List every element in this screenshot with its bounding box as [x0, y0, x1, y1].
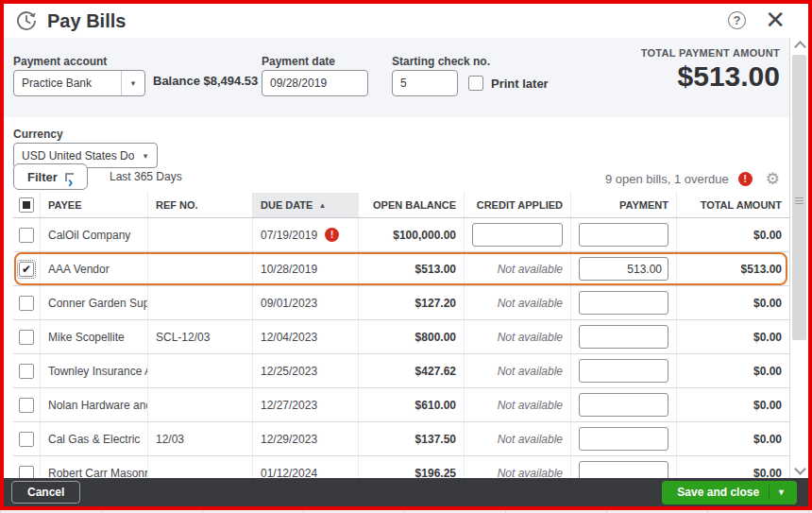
recent-transactions-icon[interactable] [15, 9, 38, 32]
credit-applied-cell [464, 218, 570, 251]
row-checkbox[interactable]: ✔ [19, 432, 34, 447]
row-checkbox-cell[interactable]: ✔ [13, 388, 40, 421]
payee-cell: Mike Scopellite [40, 320, 147, 353]
select-all-checkbox-cell[interactable] [13, 193, 40, 217]
payment-date-input[interactable] [262, 70, 368, 96]
payment-input[interactable] [579, 223, 668, 247]
column-header-open-balance[interactable]: OPEN BALANCE [358, 193, 464, 217]
due-date-header-label: DUE DATE [261, 199, 313, 211]
row-checkbox-cell[interactable]: ✔ [13, 286, 40, 319]
column-header-payment[interactable]: PAYMENT [570, 193, 676, 217]
open-balance-cell: $196.25 [358, 456, 464, 478]
column-header-credit-applied[interactable]: CREDIT APPLIED [464, 193, 570, 217]
credit-applied-cell: Not available [464, 286, 570, 319]
scrollbar-thumb[interactable] [792, 55, 806, 340]
total-payment-label: TOTAL PAYMENT AMOUNT [641, 47, 780, 59]
starting-check-label: Starting check no. [392, 55, 490, 68]
open-balance-cell: $127.20 [358, 286, 464, 319]
column-header-payee[interactable]: PAYEE [40, 193, 147, 217]
due-date-cell: 10/28/2019 [252, 252, 358, 285]
payee-cell: Conner Garden Supp... [40, 286, 147, 319]
payee-cell: Robert Carr Masonry [40, 456, 147, 478]
due-date-cell: 07/19/2019! [252, 218, 358, 251]
table-row: ✔Townley Insurance Ag...12/25/2023$427.6… [13, 354, 789, 388]
payment-input[interactable] [579, 461, 668, 478]
payment-input[interactable] [579, 325, 668, 349]
column-header-total-amount[interactable]: TOTAL AMOUNT [676, 193, 789, 217]
payment-input[interactable] [579, 291, 668, 315]
ref-no-cell: 12/03 [147, 422, 252, 455]
chevron-down-icon: ▾ [121, 71, 144, 95]
cancel-button[interactable]: Cancel [11, 481, 80, 504]
vertical-scrollbar[interactable] [789, 38, 808, 478]
table-header: PAYEE REF NO. DUE DATE ▲ OPEN BALANCE CR… [13, 193, 789, 218]
payment-input[interactable] [579, 359, 668, 383]
payment-cell [570, 354, 676, 387]
scrollbar-grip [795, 197, 804, 204]
currency-label: Currency [13, 128, 63, 141]
save-options-caret-icon[interactable]: ▼ [769, 485, 793, 500]
save-and-close-button[interactable]: Save and close ▼ [662, 481, 797, 504]
total-amount-cell: $0.00 [676, 286, 789, 319]
due-date-value: 09/01/2023 [261, 297, 317, 310]
credit-applied-cell: Not available [464, 456, 570, 478]
total-amount-cell: $0.00 [676, 354, 789, 387]
row-checkbox-cell[interactable]: ✔ [13, 252, 40, 285]
save-and-close-label: Save and close [677, 486, 759, 499]
help-icon[interactable]: ? [728, 11, 746, 29]
row-checkbox-cell[interactable]: ✔ [13, 218, 40, 251]
due-date-value: 10/28/2019 [261, 263, 317, 276]
row-checkbox[interactable]: ✔ [19, 466, 34, 479]
gear-icon[interactable]: ⚙ [766, 169, 780, 189]
payment-account-select[interactable]: Practice Bank ▾ [13, 70, 145, 96]
due-date-value: 01/12/2024 [261, 467, 317, 479]
row-checkbox-cell[interactable]: ✔ [13, 320, 40, 353]
table-row: ✔Robert Carr Masonry01/12/2024$196.25Not… [13, 456, 789, 478]
starting-check-input[interactable] [392, 70, 458, 96]
bills-summary: 9 open bills, 1 overdue ! ⚙ [605, 169, 780, 189]
row-checkbox-cell[interactable]: ✔ [13, 354, 40, 387]
column-header-due-date[interactable]: DUE DATE ▲ [252, 193, 358, 217]
payment-input[interactable] [579, 257, 668, 281]
column-header-ref[interactable]: REF NO. [147, 193, 252, 217]
open-balance-cell: $610.00 [358, 388, 464, 421]
row-checkbox[interactable]: ✔ [19, 398, 34, 413]
scroll-up-icon[interactable] [794, 41, 806, 53]
total-amount-cell: $0.00 [676, 218, 789, 251]
table-row: ✔Conner Garden Supp...09/01/2023$127.20N… [13, 286, 789, 320]
total-payment-amount: $513.00 [641, 60, 780, 93]
close-icon[interactable]: ✕ [765, 6, 786, 34]
due-date-cell: 09/01/2023 [252, 286, 358, 319]
sort-ascending-icon: ▲ [318, 201, 326, 210]
payee-cell: AAA Vendor [40, 252, 147, 285]
filter-button[interactable]: Filter › [13, 163, 88, 190]
row-checkbox[interactable]: ✔ [19, 228, 34, 243]
row-checkbox[interactable]: ✔ [19, 262, 34, 277]
payee-cell: Nolan Hardware and ... [40, 388, 147, 421]
print-later-field[interactable]: Print later [468, 76, 549, 91]
due-date-value: 12/04/2023 [261, 331, 317, 344]
row-checkbox[interactable]: ✔ [19, 364, 34, 379]
credit-applied-input[interactable] [472, 223, 563, 247]
overdue-alert-icon: ! [738, 172, 753, 186]
payment-cell [570, 422, 676, 455]
print-later-checkbox[interactable] [468, 76, 483, 91]
row-checkbox-cell[interactable]: ✔ [13, 456, 40, 478]
page-title: Pay Bills [47, 10, 126, 32]
select-all-checkbox[interactable] [19, 197, 34, 213]
payment-input[interactable] [579, 393, 668, 417]
payee-cell: Cal Gas & Electric [40, 422, 147, 455]
due-date-value: 12/27/2023 [261, 399, 317, 412]
credit-not-available-label: Not available [498, 399, 563, 412]
row-checkbox-cell[interactable]: ✔ [13, 422, 40, 455]
credit-not-available-label: Not available [498, 263, 563, 276]
total-amount-cell: $0.00 [676, 388, 789, 421]
payee-cell: CalOil Company [40, 218, 147, 251]
row-checkbox[interactable]: ✔ [19, 296, 34, 311]
scroll-down-icon[interactable] [794, 463, 806, 475]
payment-input[interactable] [579, 427, 668, 451]
row-checkbox[interactable]: ✔ [19, 330, 34, 345]
ref-no-cell [147, 354, 252, 387]
total-payment-block: TOTAL PAYMENT AMOUNT $513.00 [641, 47, 780, 93]
credit-applied-cell: Not available [464, 252, 570, 285]
